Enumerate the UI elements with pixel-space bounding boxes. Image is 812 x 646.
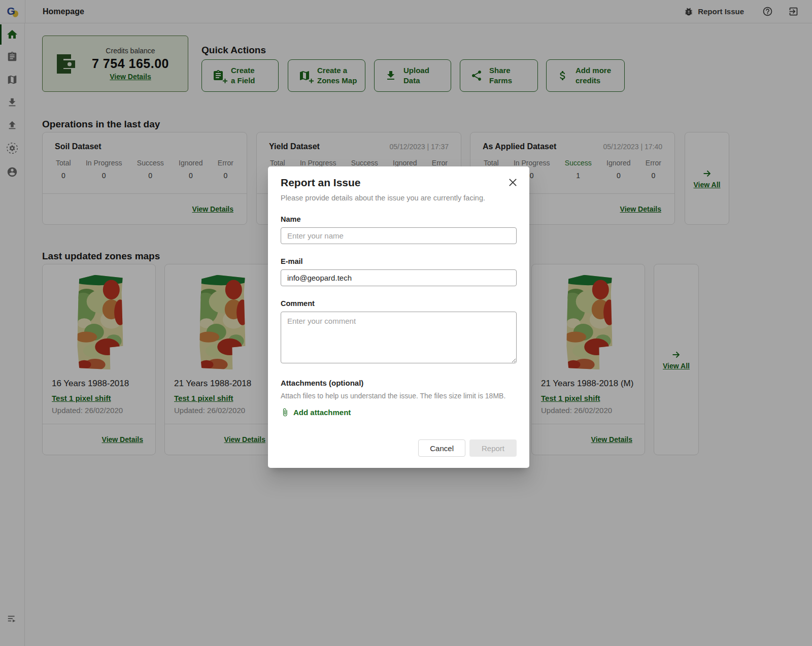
report-issue-modal: Report an Issue Please provide details a… [268,166,529,468]
comment-label: Comment [281,299,517,308]
name-input[interactable] [281,227,517,244]
name-label: Name [281,215,517,223]
modal-subtitle: Please provide details about the issue y… [281,194,517,202]
modal-title: Report an Issue [281,177,517,189]
cancel-button[interactable]: Cancel [418,439,465,457]
paperclip-icon [281,407,289,417]
report-button[interactable]: Report [469,439,517,457]
close-button[interactable] [507,177,519,188]
add-attachment-label: Add attachment [293,408,351,417]
add-attachment-button[interactable]: Add attachment [281,407,351,417]
attachments-hint: Attach files to help us understand the i… [281,392,517,400]
attachments-title: Attachments (optional) [281,379,517,387]
email-input[interactable] [281,269,517,286]
close-icon [508,178,518,187]
comment-textarea[interactable] [281,312,517,363]
geopard-app: G Homepage Report Issue [0,0,812,646]
email-label: E-mail [281,257,517,265]
